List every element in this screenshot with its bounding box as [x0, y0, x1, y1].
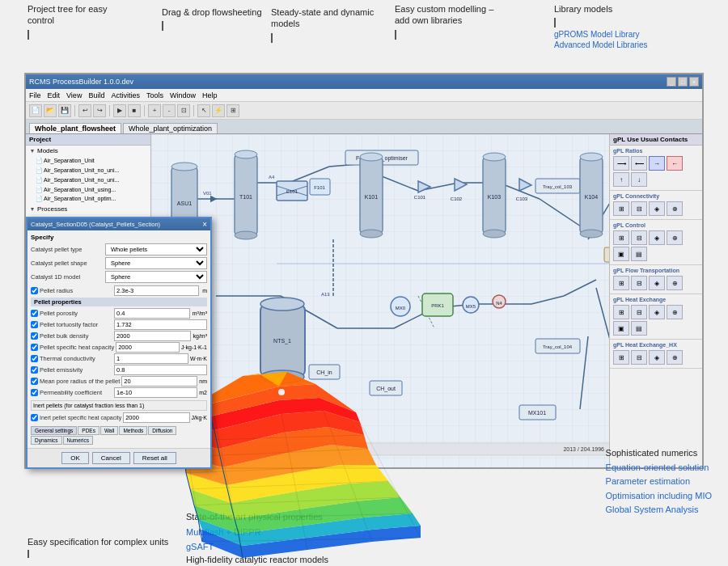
dialog-tab-general[interactable]: General settings — [31, 426, 77, 435]
lib-icon-h1[interactable]: ⊞ — [613, 305, 629, 319]
checkbox-permeability[interactable] — [31, 389, 38, 396]
lib-icon-c1[interactable]: ⊞ — [613, 201, 629, 216]
tree-item-airsep4[interactable]: 📄 Air_Separation_Unit_using... — [26, 185, 150, 195]
dialog-ok-button[interactable]: OK — [61, 452, 89, 464]
toolbar-layout[interactable]: ⊞ — [226, 104, 239, 117]
lib-icon-f2[interactable]: ⊟ — [631, 276, 647, 290]
select-pellet-shape[interactable]: Sphere — [105, 257, 207, 269]
checkbox-emissivity[interactable] — [31, 366, 38, 374]
optimisation-mio-link[interactable]: Optimisation including MIO — [606, 489, 712, 504]
select-pellet-type[interactable]: Whole pellets — [105, 243, 207, 256]
lib-icon-ctrl5[interactable]: ▣ — [613, 247, 629, 261]
tree-item-models[interactable]: ▼ Models — [26, 146, 150, 156]
lib-icon-h4[interactable]: ⊕ — [667, 305, 683, 319]
dialog-tab-dynamics[interactable]: Dynamics — [31, 436, 62, 445]
input-porosity[interactable] — [114, 308, 190, 319]
checkbox-heat-capacity[interactable] — [31, 344, 38, 351]
select-1d-model[interactable]: Sphere — [105, 271, 207, 283]
tree-item-airsep2[interactable]: 📄 Air_Separation_Unit_no_uni... — [26, 166, 150, 175]
lib-icon-1[interactable]: ⟶ — [613, 156, 629, 171]
tab-whole-plant-flowsheet[interactable]: Whole_plant_flowsheet — [29, 123, 121, 133]
gpromslibrary-link[interactable]: gPROMS Model Library — [554, 29, 648, 40]
maximize-button[interactable]: □ — [678, 77, 688, 87]
lib-icon-f1[interactable]: ⊞ — [613, 276, 629, 290]
lib-icon-f4[interactable]: ⊕ — [667, 276, 683, 290]
lib-icon-f3[interactable]: ◈ — [649, 276, 665, 290]
lib-icon-2[interactable]: ⟵ — [631, 156, 647, 171]
input-emissivity[interactable] — [114, 365, 207, 375]
lib-icon-ctrl2[interactable]: ⊟ — [631, 230, 647, 245]
checkbox-porosity[interactable] — [31, 310, 38, 317]
parameter-estimation-link[interactable]: Parameter estimation — [606, 475, 712, 489]
lib-icon-ctrl6[interactable]: ▤ — [631, 247, 647, 261]
toolbar-undo[interactable]: ↩ — [78, 104, 91, 117]
toolbar-open[interactable]: 📂 — [44, 104, 57, 117]
library-title-heat-hx[interactable]: gPL Heat Exchange_HX — [613, 341, 699, 348]
input-mean-pore[interactable] — [121, 376, 197, 386]
lib-icon-h5[interactable]: ▣ — [613, 321, 629, 336]
tab-whole-plant-optimization[interactable]: Whole_plant_optimization — [123, 123, 218, 133]
lib-icon-5[interactable]: ↑ — [613, 172, 629, 187]
toolbar-new[interactable]: 📄 — [29, 104, 42, 117]
advancedlibraries-link[interactable]: Advanced Model Libraries — [554, 40, 648, 50]
input-bulk-density[interactable] — [114, 331, 191, 341]
lib-icon-4[interactable]: ← — [667, 156, 683, 171]
lib-icon-hx4[interactable]: ⊕ — [667, 350, 683, 365]
lib-icon-ctrl3[interactable]: ◈ — [649, 230, 665, 245]
library-title-heat[interactable]: gPL Heat Exchange — [613, 296, 699, 303]
tree-item-airsep5[interactable]: 📄 Air_Separation_Unit_optim... — [26, 194, 150, 204]
input-pellet-radius[interactable] — [114, 285, 199, 296]
toolbar-fit[interactable]: ⊡ — [177, 104, 190, 117]
menu-activities[interactable]: Activities — [111, 91, 140, 99]
dialog-cancel-button[interactable]: Cancel — [92, 452, 130, 464]
lib-icon-hx1[interactable]: ⊞ — [613, 350, 629, 365]
checkbox-conductivity[interactable] — [31, 355, 38, 362]
tree-item-airsep1[interactable]: 📄 Air_Separation_Unit — [26, 156, 150, 166]
input-conductivity[interactable] — [114, 353, 188, 364]
menu-view[interactable]: View — [66, 91, 82, 99]
lib-icon-c4[interactable]: ⊕ — [667, 201, 683, 216]
dialog-tab-pdes[interactable]: PDEs — [78, 426, 99, 435]
input-inert-heat[interactable] — [123, 412, 189, 423]
menu-tools[interactable]: Tools — [146, 91, 163, 99]
toolbar-zoom-in[interactable]: + — [148, 104, 161, 117]
lib-icon-ctrl4[interactable]: ⊕ — [667, 230, 683, 245]
toolbar-connect[interactable]: ⚡ — [212, 104, 225, 117]
minimize-button[interactable]: _ — [667, 77, 676, 87]
menu-file[interactable]: File — [29, 91, 41, 99]
dialog-tab-wall[interactable]: Wall — [100, 426, 118, 435]
input-tortuosity[interactable] — [114, 319, 207, 330]
menu-window[interactable]: Window — [170, 91, 196, 99]
checkbox-tortuosity[interactable] — [31, 321, 38, 328]
library-title-connectivity[interactable]: gPL Connectivity — [613, 192, 699, 200]
toolbar-save[interactable]: 💾 — [58, 104, 71, 117]
tree-item-airsep3[interactable]: 📄 Air_Separation_Unit_no_uni... — [26, 175, 150, 185]
dialog-close-button[interactable]: × — [202, 220, 207, 229]
library-title-control[interactable]: gPL Control — [613, 222, 699, 229]
lib-icon-hx2[interactable]: ⊟ — [631, 350, 647, 365]
checkbox-pellet-radius[interactable] — [31, 287, 38, 294]
lib-icon-c2[interactable]: ⊟ — [631, 201, 647, 216]
lib-icon-6[interactable]: ↓ — [631, 172, 647, 187]
lib-icon-h6[interactable]: ▤ — [631, 321, 647, 336]
dialog-tab-diffusion[interactable]: Diffusion — [148, 426, 176, 435]
toolbar-run[interactable]: ▶ — [113, 104, 126, 117]
checkbox-inert-heat[interactable] — [31, 414, 38, 421]
close-button[interactable]: × — [689, 77, 699, 87]
checkbox-mean-pore[interactable] — [31, 378, 38, 385]
tree-item-processes[interactable]: ▼ Processes — [26, 204, 150, 214]
lib-icon-3[interactable]: → — [649, 156, 665, 171]
lib-icon-hx3[interactable]: ◈ — [649, 350, 665, 365]
lib-icon-h3[interactable]: ◈ — [649, 305, 665, 319]
equation-oriented-link[interactable]: Equation-oriented solution — [606, 461, 712, 475]
lib-icon-c3[interactable]: ◈ — [649, 201, 665, 216]
toolbar-select[interactable]: ↖ — [197, 104, 210, 117]
toolbar-redo[interactable]: ↪ — [93, 104, 106, 117]
dialog-tab-numerics[interactable]: Numerics — [63, 436, 93, 445]
lib-icon-h2[interactable]: ⊟ — [631, 305, 647, 319]
menu-build[interactable]: Build — [88, 91, 104, 99]
lib-icon-ctrl1[interactable]: ⊞ — [613, 230, 629, 245]
global-system-link[interactable]: Global System Analysis — [606, 503, 712, 517]
toolbar-zoom-out[interactable]: - — [163, 104, 176, 117]
toolbar-stop[interactable]: ■ — [128, 104, 141, 117]
